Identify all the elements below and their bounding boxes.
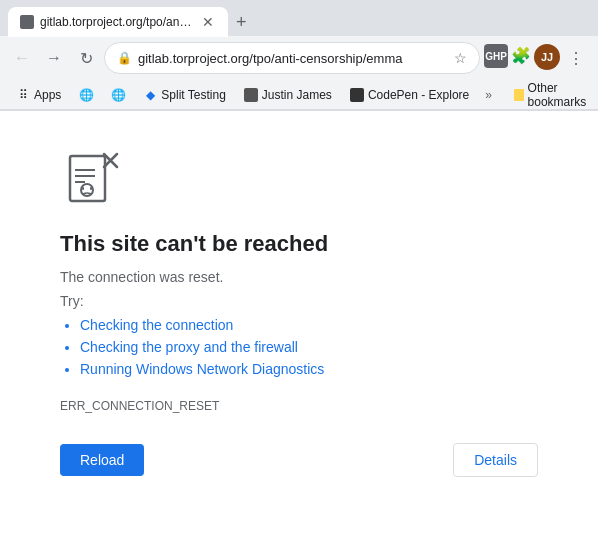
svg-rect-0 [70,156,105,201]
reload-button[interactable]: Reload [60,444,144,476]
nav-bar: ← → ↻ 🔒 ☆ GHP 🧩 JJ ⋮ [0,36,598,80]
bookmark-justin-james[interactable]: Justin James [236,86,340,104]
diamond-icon: ◆ [143,88,157,102]
globe-icon: 🌐 [79,88,93,102]
try-item-2[interactable]: Checking the proxy and the firewall [80,339,538,355]
bookmark-globe2[interactable]: 🌐 [103,86,133,104]
reload-nav-button[interactable]: ↻ [72,44,100,72]
bookmark-apps[interactable]: ⠿ Apps [8,86,69,104]
error-page: This site can't be reached The connectio… [0,111,598,541]
more-bookmarks-button[interactable]: » [479,86,498,104]
chrome-menu-button[interactable]: ⋮ [562,44,590,72]
other-bookmarks-label: Other bookmarks [528,81,591,109]
apps-grid-icon: ⠿ [16,88,30,102]
back-button[interactable]: ← [8,44,36,72]
profile-avatar[interactable]: JJ [534,44,560,70]
bookmark-star-icon[interactable]: ☆ [454,50,467,66]
address-bar[interactable]: 🔒 ☆ [104,42,480,74]
new-tab-button[interactable]: + [228,8,255,37]
browser-chrome: gitlab.torproject.org/tpo/anti-censorsh.… [0,0,598,111]
error-sad-page-icon [60,151,120,211]
forward-icon: → [46,49,62,67]
nav-actions: GHP 🧩 JJ ⋮ [484,44,590,72]
reload-icon: ↻ [80,49,93,68]
details-button[interactable]: Details [453,443,538,477]
bookmark-split-testing[interactable]: ◆ Split Testing [135,86,233,104]
bookmark-justin-james-label: Justin James [262,88,332,102]
lock-icon: 🔒 [117,51,132,65]
active-tab[interactable]: gitlab.torproject.org/tpo/anti-censorsh.… [8,7,228,37]
try-item-1[interactable]: Checking the connection [80,317,538,333]
button-row: Reload Details [60,443,538,477]
extension-icon: GHP [484,44,508,68]
bookmarks-bar: ⠿ Apps 🌐 🌐 ◆ Split Testing Justin James … [0,80,598,110]
error-title: This site can't be reached [60,231,538,257]
try-label: Try: [60,293,538,309]
extensions-puzzle-icon[interactable]: 🧩 [510,44,532,66]
tab-title: gitlab.torproject.org/tpo/anti-censorsh.… [40,15,194,29]
try-item-3[interactable]: Running Windows Network Diagnostics [80,361,538,377]
url-input[interactable] [138,51,448,66]
other-bookmarks[interactable]: Other bookmarks [506,80,598,110]
codepen-icon [350,88,364,102]
tab-favicon [20,15,34,29]
error-code: ERR_CONNECTION_RESET [60,399,538,413]
try-list: Checking the connection Checking the pro… [60,317,538,383]
error-subtitle: The connection was reset. [60,269,538,285]
menu-dots-icon: ⋮ [568,49,584,68]
back-icon: ← [14,49,30,67]
bookmark-codepen-label: CodePen - Explore [368,88,469,102]
bookmark-globe1[interactable]: 🌐 [71,86,101,104]
bookmark-codepen[interactable]: CodePen - Explore [342,86,477,104]
bookmark-apps-label: Apps [34,88,61,102]
justin-james-icon [244,88,258,102]
tab-bar: gitlab.torproject.org/tpo/anti-censorsh.… [0,0,598,36]
folder-icon [514,89,524,101]
tab-close-button[interactable]: ✕ [200,14,216,30]
forward-button[interactable]: → [40,44,68,72]
bookmark-split-testing-label: Split Testing [161,88,225,102]
tor-icon: 🌐 [111,88,125,102]
